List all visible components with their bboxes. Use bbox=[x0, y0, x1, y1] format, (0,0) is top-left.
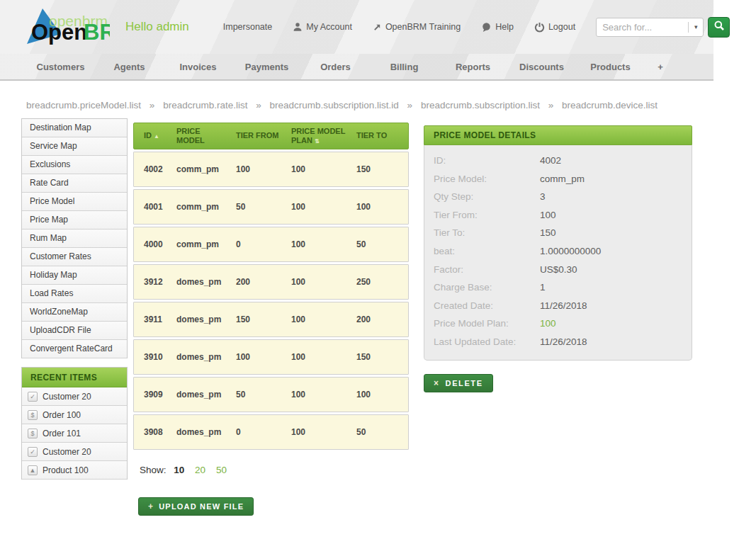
price-model-plan-link[interactable]: 100 bbox=[540, 314, 556, 333]
table-row[interactable]: 4001 comm_pm 50 100 100 bbox=[133, 189, 409, 225]
cell-price-model: comm_pm bbox=[176, 202, 236, 212]
cell-id: 3910 bbox=[144, 352, 176, 362]
page-size-20[interactable]: 20 bbox=[195, 465, 205, 475]
order-icon: $ bbox=[28, 410, 38, 420]
logo-brm-text: BRM bbox=[84, 20, 110, 45]
table-row[interactable]: 3911 domes_pm 150 100 200 bbox=[133, 302, 409, 337]
sort-both-icon: ⇅ bbox=[315, 138, 320, 144]
column-header-price-model[interactable]: PRICE MODEL bbox=[176, 127, 236, 145]
page-size-10[interactable]: 10 bbox=[174, 465, 184, 475]
cell-tier-to: 100 bbox=[356, 390, 405, 400]
sidebar-item-price-map[interactable]: Price Map bbox=[22, 211, 127, 230]
search-icon bbox=[713, 20, 725, 34]
search-area: ▾ bbox=[596, 17, 730, 38]
help-label: Help bbox=[495, 22, 514, 32]
sidebar-item-uploadcdr-file[interactable]: UploadCDR File bbox=[22, 322, 127, 340]
delete-button[interactable]: × DELETE bbox=[424, 374, 493, 392]
help-link[interactable]: Help bbox=[481, 22, 514, 33]
breadcrumb-item-price-model[interactable]: breadcrumb.priceModel.list bbox=[26, 100, 141, 110]
nav-agents[interactable]: Agents bbox=[95, 62, 164, 72]
recent-item-order-100[interactable]: $ Order 100 bbox=[22, 406, 127, 424]
sidebar-item-rate-card[interactable]: Rate Card bbox=[22, 174, 127, 193]
cell-price-model: domes_pm bbox=[176, 352, 236, 362]
nav-reports[interactable]: Reports bbox=[439, 62, 507, 72]
left-sidebar: Destination Map Service Map Exclusions R… bbox=[21, 118, 128, 480]
nav-payments[interactable]: Payments bbox=[232, 62, 301, 72]
recent-item-product-100[interactable]: ▲ Product 100 bbox=[22, 461, 127, 480]
cell-plan: 100 bbox=[291, 352, 356, 362]
detail-field-tier-to: Tier To: 150 bbox=[434, 224, 692, 242]
nav-products[interactable]: Products bbox=[576, 62, 645, 72]
details-panel-body: ID: 4002 Price Model: comm_pm Qty Step: … bbox=[424, 145, 692, 361]
cell-id: 4001 bbox=[144, 202, 176, 212]
cell-tier-to: 150 bbox=[356, 352, 405, 362]
detail-field-charge-base: Charge Base: 1 bbox=[434, 278, 692, 297]
cell-tier-from: 100 bbox=[236, 352, 291, 362]
openbrm-training-link[interactable]: OpenBRM Training bbox=[373, 22, 461, 32]
sidebar-item-load-rates[interactable]: Load Rates bbox=[22, 285, 127, 303]
sidebar-item-holiday-map[interactable]: Holiday Map bbox=[22, 266, 127, 285]
logout-link[interactable]: Logout bbox=[534, 22, 575, 33]
cell-plan: 100 bbox=[291, 202, 356, 212]
sidebar-item-exclusions[interactable]: Exclusions bbox=[22, 156, 127, 174]
user-icon bbox=[293, 22, 303, 32]
breadcrumb-item-subscription-id[interactable]: breadcrumb.subscription.list.id bbox=[269, 100, 398, 110]
sidebar-item-convergent-ratecard[interactable]: Convergent RateCard bbox=[22, 340, 127, 358]
sidebar-item-customer-rates[interactable]: Customer Rates bbox=[22, 248, 127, 266]
header-links: Impersonate My Account OpenBRM Training … bbox=[223, 22, 596, 33]
recent-item-order-101[interactable]: $ Order 101 bbox=[22, 424, 127, 443]
nav-customers[interactable]: Customers bbox=[26, 62, 95, 72]
cell-tier-from: 0 bbox=[236, 427, 291, 437]
openbrm-app: openbrm Open BRM Hello admin Impersonate… bbox=[0, 0, 713, 516]
nav-billing[interactable]: Billing bbox=[370, 62, 439, 72]
recent-item-customer-20[interactable]: ✓ Customer 20 bbox=[22, 387, 127, 406]
table-row[interactable]: 4002 comm_pm 100 100 150 bbox=[133, 152, 409, 187]
impersonate-link[interactable]: Impersonate bbox=[223, 22, 272, 32]
impersonate-label: Impersonate bbox=[223, 22, 272, 32]
nav-orders[interactable]: Orders bbox=[301, 62, 370, 72]
customer-icon: ✓ bbox=[28, 447, 38, 457]
search-input[interactable] bbox=[597, 22, 688, 33]
column-header-id[interactable]: ID▲ bbox=[144, 131, 176, 140]
column-header-tier-from[interactable]: TIER FROM bbox=[236, 131, 291, 140]
sidebar-item-worldzonemap[interactable]: WorldZoneMap bbox=[22, 303, 127, 322]
recent-items-panel: RECENT ITEMS ✓ Customer 20 $ Order 100 $… bbox=[21, 367, 128, 480]
nav-discounts[interactable]: Discounts bbox=[507, 62, 576, 72]
breadcrumb-item-device[interactable]: breadcrumb.device.list bbox=[562, 100, 658, 110]
table-row[interactable]: 3910 domes_pm 100 100 150 bbox=[133, 339, 409, 375]
nav-more[interactable]: + bbox=[645, 62, 676, 72]
sidebar-item-service-map[interactable]: Service Map bbox=[22, 137, 127, 156]
page-size-50[interactable]: 50 bbox=[216, 465, 227, 475]
breadcrumb-item-rate[interactable]: breadcrumb.rate.list bbox=[163, 100, 247, 110]
upload-new-file-button[interactable]: + UPLOAD NEW FILE bbox=[138, 497, 254, 516]
sidebar-item-rum-map[interactable]: Rum Map bbox=[22, 230, 127, 248]
nav-invoices[interactable]: Invoices bbox=[164, 62, 232, 72]
my-account-link[interactable]: My Account bbox=[293, 22, 352, 32]
main-content: Destination Map Service Map Exclusions R… bbox=[0, 118, 713, 516]
cell-price-model: comm_pm bbox=[176, 164, 236, 174]
column-header-tier-to[interactable]: TIER TO bbox=[356, 131, 405, 140]
search-dropdown-caret-icon[interactable]: ▾ bbox=[689, 23, 703, 30]
openbrm-training-label: OpenBRM Training bbox=[385, 22, 461, 32]
column-header-price-model-plan[interactable]: PRICE MODEL PLAN⇅ bbox=[291, 127, 356, 145]
recent-item-customer-20[interactable]: ✓ Customer 20 bbox=[22, 443, 127, 461]
search-button[interactable] bbox=[708, 17, 730, 38]
cell-id: 4000 bbox=[144, 239, 176, 249]
cell-plan: 100 bbox=[291, 390, 356, 400]
cell-tier-from: 150 bbox=[236, 314, 291, 324]
openbrm-logo[interactable]: openbrm Open BRM bbox=[23, 6, 110, 47]
detail-field-id: ID: 4002 bbox=[434, 152, 692, 170]
breadcrumb-item-subscription[interactable]: breadcrumb.subscription.list bbox=[421, 100, 540, 110]
recent-item-label: Customer 20 bbox=[43, 447, 91, 457]
speech-bubble-icon bbox=[481, 22, 492, 33]
sidebar-item-destination-map[interactable]: Destination Map bbox=[22, 119, 127, 137]
table-row[interactable]: 3909 domes_pm 50 100 100 bbox=[133, 377, 409, 412]
table-row[interactable]: 4000 comm_pm 0 100 50 bbox=[133, 227, 409, 262]
detail-field-last-updated-date: Last Updated Date: 11/26/2018 bbox=[434, 333, 692, 351]
show-label: Show: bbox=[140, 465, 167, 475]
arrow-up-right-icon bbox=[373, 23, 382, 32]
detail-field-price-model-plan: Price Model Plan: 100 bbox=[434, 314, 692, 333]
table-row[interactable]: 3912 domes_pm 200 100 250 bbox=[133, 264, 409, 300]
sidebar-item-price-model[interactable]: Price Model bbox=[22, 193, 127, 211]
table-row[interactable]: 3908 domes_pm 0 100 50 bbox=[133, 414, 409, 450]
